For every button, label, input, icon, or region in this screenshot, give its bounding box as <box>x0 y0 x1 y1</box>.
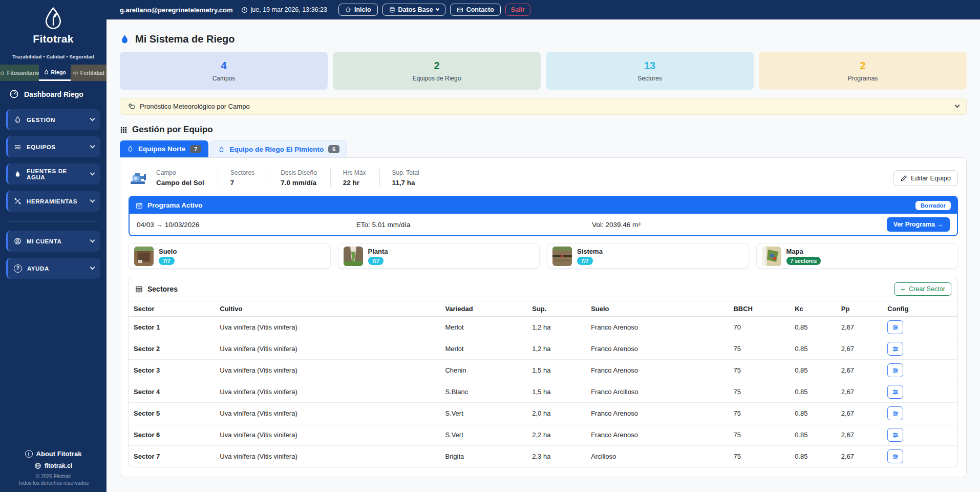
sidebar-item-fuentes-de-agua[interactable]: FUENTES DE AGUA <box>6 163 100 184</box>
stat-card-equipos[interactable]: 2 Equipos de Riego <box>333 52 541 90</box>
stat-card-campos[interactable]: 4 Campos <box>120 52 328 90</box>
sliders-icon <box>892 410 899 417</box>
salir-button[interactable]: Salir <box>505 4 530 16</box>
editar-equipo-button[interactable]: Editar Equipo <box>893 170 958 186</box>
rights: Todos los derechos reservados <box>0 480 106 486</box>
main-content: Mi Sistema de Riego 4 Campos 2 Equipos d… <box>106 19 980 492</box>
equipo-info-row: Campo Campo del Sol Sectores 7 Dosis Dis… <box>129 165 958 195</box>
sector-config-button[interactable] <box>887 363 903 377</box>
table-row: Sector 6Uva vinífera (Vitis vinifera)S.V… <box>129 424 957 446</box>
sector-config-button[interactable] <box>887 406 903 420</box>
chevron-down-icon <box>90 198 95 203</box>
section-title: Gestión por Equipo <box>120 125 967 135</box>
sliders-icon <box>892 432 899 439</box>
sliders-icon <box>892 324 899 331</box>
page-title: Mi Sistema de Riego <box>120 33 967 45</box>
card-mapa[interactable]: Mapa 7 sectores <box>756 243 958 269</box>
tab-badge: 7 <box>190 145 201 153</box>
card-sistema[interactable]: Sistema 7/7 <box>547 243 749 269</box>
sidebar-divider <box>8 221 98 221</box>
about-link[interactable]: i About Fitotrak <box>0 450 106 458</box>
module-tab-fertilidad[interactable]: Fertilidad <box>71 65 106 81</box>
topbar: g.arellano@peregrinetelemetry.com jue, 1… <box>106 0 980 19</box>
sliders-icon <box>892 345 899 353</box>
sidebar: Fitotrak Trazabilidad • Calidad • Seguri… <box>0 0 106 492</box>
datos-base-button[interactable]: Datos Base <box>382 4 445 16</box>
stats-row: 4 Campos 2 Equipos de Riego 13 Sectores … <box>120 52 967 90</box>
table-header-row: Sector Cultivo Variedad Sup. Suelo BBCH … <box>129 301 957 317</box>
borrador-badge[interactable]: Borrador <box>915 201 951 210</box>
sector-config-button[interactable] <box>887 320 903 334</box>
database-icon <box>389 7 395 13</box>
flower-icon <box>73 70 78 76</box>
table-row: Sector 4Uva vinífera (Vitis vinifera)S.B… <box>129 381 957 403</box>
gauge-icon <box>9 89 19 99</box>
home-icon <box>345 7 351 13</box>
card-planta[interactable]: Planta 7/7 <box>338 243 540 269</box>
plus-icon <box>900 286 906 292</box>
mapa-badge: 7 sectores <box>786 257 821 265</box>
sectores-table-body: Sector 1Uva vinífera (Vitis vinifera)Mer… <box>129 317 957 467</box>
grid-icon <box>120 126 127 134</box>
contacto-button[interactable]: Contacto <box>450 4 501 16</box>
copyright: © 2026 Fitotrak <box>0 474 106 479</box>
chevron-down-icon <box>90 116 95 121</box>
stat-card-sectores[interactable]: 13 Sectores <box>546 52 754 90</box>
sidebar-item-gestion[interactable]: GESTIÓN <box>6 109 100 130</box>
card-suelo[interactable]: Suelo 7/7 <box>129 243 331 269</box>
tab-equipos-norte[interactable]: Equipos Norte 7 <box>120 140 208 157</box>
photo-cards-row: Suelo 7/7 Planta 7/7 <box>129 243 958 269</box>
sector-config-button[interactable] <box>887 342 903 356</box>
tab-equipo-el-pimiento[interactable]: Equipo de Riego El Pimiento 6 <box>210 140 347 157</box>
brand-tagline: Trazabilidad • Calidad • Seguridad <box>0 54 106 59</box>
sliders-icon <box>892 388 899 396</box>
fitotrak-logo-icon <box>42 7 65 31</box>
tools-icon <box>14 197 22 205</box>
sidebar-item-mi-cuenta[interactable]: MI CUENTA <box>6 231 100 252</box>
datetime: jue, 19 mar 2026, 13:36:23 <box>241 6 327 13</box>
bug-icon <box>0 70 5 76</box>
sistema-photo <box>552 247 572 266</box>
sistema-badge: 7/7 <box>577 257 593 265</box>
crear-sector-button[interactable]: Crear Sector <box>894 282 951 296</box>
droplet-icon <box>218 146 225 153</box>
inicio-button[interactable]: Inicio <box>338 4 378 16</box>
sliders-icon <box>892 453 899 460</box>
chevron-down-icon <box>90 238 95 243</box>
equipo-field-campo: Campo Campo del Sol <box>156 169 218 187</box>
user-email: g.arellano@peregrinetelemetry.com <box>120 6 233 14</box>
equipo-field-sectores: Sectores 7 <box>230 169 268 187</box>
site-link[interactable]: fitotrak.cl <box>0 462 106 469</box>
chevron-down-icon <box>955 103 960 108</box>
weather-accordion[interactable]: Pronóstico Meteorológico por Campo <box>120 98 967 115</box>
table-row: Sector 1Uva vinífera (Vitis vinifera)Mer… <box>129 317 957 338</box>
equipo-field-sup-total: Sup. Total 11,7 ha <box>392 169 433 187</box>
equipo-field-hrs-max: Hrs Máx 22 hr <box>343 169 380 187</box>
sidebar-item-ayuda[interactable]: ? AYUDA <box>6 258 100 279</box>
ver-programa-button[interactable]: Ver Programa → <box>887 217 950 232</box>
brand: Fitotrak <box>0 0 106 45</box>
water-drop-icon <box>120 34 130 44</box>
equipo-tabs: Equipos Norte 7 Equipo de Riego El Pimie… <box>120 140 967 157</box>
equipo-field-dosis: Dosis Diseño 7.0 mm/día <box>281 169 331 187</box>
programa-activo-header: Programa Activo Borrador <box>130 197 957 214</box>
module-tab-riego[interactable]: Riego <box>39 65 71 81</box>
sidebar-item-herramientas[interactable]: HERRAMIENTAS <box>6 191 100 212</box>
calendar-icon <box>136 202 143 209</box>
sidebar-item-equipos[interactable]: EQUIPOS <box>6 136 100 157</box>
module-tab-fitosanitario[interactable]: Fitosanitario <box>0 65 39 81</box>
table-row: Sector 5Uva vinífera (Vitis vinifera)S.V… <box>129 403 957 424</box>
pencil-icon <box>901 175 907 181</box>
programa-activo-card: Programa Activo Borrador 04/03 → 10/03/2… <box>129 196 958 236</box>
sector-config-button[interactable] <box>887 449 903 463</box>
stat-card-programas[interactable]: 2 Programas <box>759 52 967 90</box>
programa-eto: ETo: 5.01 mm/día <box>356 221 592 229</box>
table-row: Sector 2Uva vinífera (Vitis vinifera)Mer… <box>129 338 957 360</box>
sector-config-button[interactable] <box>887 428 903 442</box>
sector-config-button[interactable] <box>887 385 903 399</box>
mapa-photo <box>762 247 781 266</box>
sidebar-item-dashboard-riego[interactable]: Dashboard Riego <box>0 81 106 106</box>
envelope-icon <box>457 7 463 13</box>
planta-photo <box>344 247 363 266</box>
sectores-table: Sector Cultivo Variedad Sup. Suelo BBCH … <box>129 301 957 467</box>
